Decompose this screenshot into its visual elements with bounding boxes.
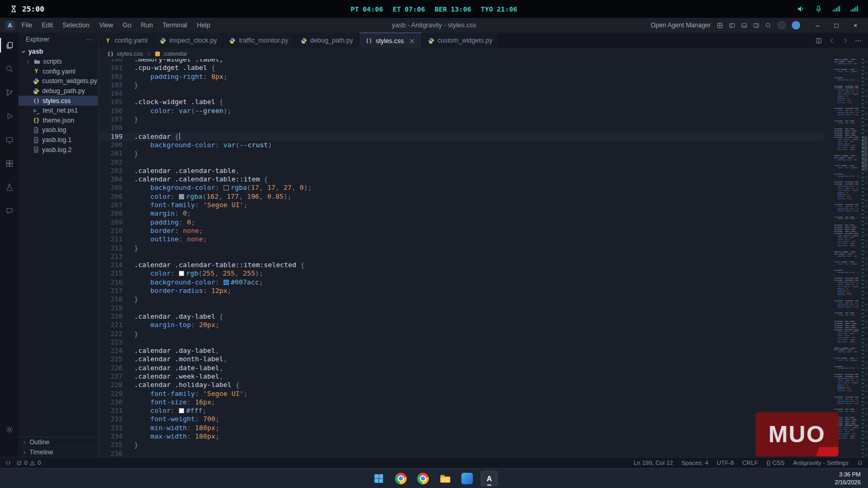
open-agent-manager-button[interactable]: Open Agent Manager [651, 22, 711, 29]
code-line-204: 204.calendar .calendar-table::item { [98, 175, 824, 184]
taskbar-app-browser[interactable] [392, 471, 410, 486]
section-outline[interactable]: Outline [18, 437, 98, 447]
status-item-3[interactable]: CRLF [742, 460, 758, 466]
pomodoro-timer: 25:00 [9, 5, 44, 13]
taskbar-app-file-explorer[interactable] [436, 471, 454, 486]
code-line-232: 232 font-weight: 700; [98, 415, 824, 423]
file-theme.json[interactable]: {}theme.json [18, 116, 98, 126]
panel-bottom-icon[interactable] [741, 22, 748, 29]
tab-config.yaml[interactable]: Yconfig.yaml [98, 33, 154, 48]
panel-left-icon[interactable] [729, 22, 735, 29]
code-line-210: 210 border: none; [98, 227, 824, 235]
activity-testing[interactable] [0, 181, 18, 194]
code-editor[interactable]: 190.memory-widget .label,191.cpu-widget … [98, 59, 868, 457]
breadcrumb-file[interactable]: () styles.css [107, 50, 143, 57]
more-icon[interactable] [855, 37, 862, 44]
activity-chat[interactable] [0, 205, 18, 217]
status-item-5[interactable]: Antigravity - Settings [793, 460, 849, 466]
arrow-right-icon[interactable] [842, 37, 849, 44]
chevron-down-icon [21, 49, 26, 55]
section-timeline[interactable]: Timeline [18, 447, 98, 457]
code-line-201: 201} [98, 149, 824, 158]
window-controls: – □ × [808, 18, 865, 33]
activity-extensions[interactable] [0, 157, 18, 170]
menu-edit[interactable]: Edit [37, 22, 58, 29]
bars-icon-3 [850, 5, 859, 13]
taskbar-app-start[interactable] [370, 471, 388, 486]
activity-settings[interactable] [0, 423, 18, 436]
file-scripts[interactable]: scripts [18, 57, 98, 67]
code-line-193: 193} [98, 81, 824, 89]
menu-view[interactable]: View [94, 22, 118, 29]
menu-go[interactable]: Go [118, 22, 136, 29]
file-tree: yasb scriptsYconfig.yamlcustom_widgets.p… [18, 46, 98, 155]
code-line-226: 226.calendar .date-label, [98, 364, 824, 372]
minimap[interactable]: .memory-widget .label,.cpu-widget .label… [833, 59, 859, 457]
chat-icon [5, 207, 14, 215]
extensions-icon [5, 159, 14, 168]
problems-indicator[interactable]: 0 0 [16, 460, 41, 466]
menu-help[interactable]: Help [192, 22, 215, 29]
minimize-button[interactable]: – [808, 18, 827, 33]
taskbar-app-blue-app[interactable] [458, 471, 476, 486]
breadcrumb-symbol[interactable]: .calendar [155, 50, 187, 57]
status-item-2[interactable]: UTF-8 [716, 460, 734, 466]
maximize-button[interactable]: □ [827, 18, 846, 33]
top-clock-bar: 25:00 PT04:06ET07:06BER13:06TYO21:06 [0, 0, 868, 18]
menu-selection[interactable]: Selection [58, 22, 94, 29]
profile-avatar[interactable] [792, 21, 800, 29]
agent-badge-icon[interactable] [778, 21, 786, 29]
taskbar-clock[interactable]: 3:36 PM 2/16/2026 [835, 471, 868, 486]
grid-icon[interactable] [716, 22, 723, 29]
scrollbar-thumb[interactable] [862, 137, 867, 170]
bell-icon[interactable] [857, 460, 863, 466]
warning-count: 0 [37, 460, 41, 466]
timer-value: 25:00 [22, 5, 44, 13]
chevron-right-icon [22, 450, 27, 455]
file-custom_widgets.py[interactable]: custom_widgets.py [18, 76, 98, 86]
close-button[interactable]: × [846, 18, 865, 33]
activity-remote-window[interactable] [0, 134, 18, 146]
file-yasb.log.2[interactable]: yasb.log.2 [18, 145, 98, 155]
status-item-4[interactable]: {} CSS [766, 460, 785, 466]
file-yasb.log[interactable]: yasb.log [18, 125, 98, 135]
remote-icon[interactable] [5, 460, 11, 466]
tab-traffic_monitor.py[interactable]: traffic_monitor.py [223, 33, 294, 48]
taskbar-app-antigravity[interactable]: A [480, 471, 498, 486]
file-debug_path.py[interactable]: debug_path.py [18, 86, 98, 96]
taskbar-apps: A [370, 471, 498, 486]
arrow-left-icon[interactable] [829, 37, 835, 44]
file-yasb.log.1[interactable]: yasb.log.1 [18, 135, 98, 145]
tree-root-yasb[interactable]: yasb [18, 46, 98, 57]
search-icon[interactable] [765, 22, 772, 29]
taskbar-app-browser-2[interactable] [414, 471, 432, 486]
status-item-1[interactable]: Spaces: 4 [681, 460, 708, 466]
file-test_net.ps1[interactable]: >_test_net.ps1 [18, 106, 98, 116]
browser-icon [395, 473, 407, 484]
menu-terminal[interactable]: Terminal [158, 22, 192, 29]
activity-search[interactable] [0, 63, 18, 75]
menu-file[interactable]: File [17, 22, 37, 29]
close-tab-icon[interactable] [408, 37, 416, 45]
python-file-icon [428, 37, 435, 44]
windows-start-icon [374, 473, 384, 484]
tab-debug_path.py[interactable]: debug_path.py [295, 33, 359, 48]
status-item-0[interactable]: Ln 199, Col 12 [633, 460, 673, 466]
menu-run[interactable]: Run [136, 22, 158, 29]
log-file-icon [33, 127, 39, 134]
color-swatch [179, 408, 184, 413]
tab-inspect_clock.py[interactable]: inspect_clock.py [154, 33, 223, 48]
split-icon[interactable] [815, 37, 822, 44]
tab-custom_widgets.py[interactable]: custom_widgets.py [422, 33, 499, 48]
file-config.yaml[interactable]: Yconfig.yaml [18, 67, 98, 77]
panel-right-icon[interactable] [753, 22, 760, 29]
world-clock-ber: BER13:06 [435, 5, 471, 13]
activity-run-debug[interactable] [0, 110, 18, 123]
file-styles.css[interactable]: ()styles.css [18, 96, 98, 106]
activity-explorer[interactable] [0, 39, 18, 52]
tab-styles.css[interactable]: ()styles.css [359, 33, 421, 48]
code-line-220: 220.calendar .day-label { [98, 312, 824, 321]
activity-source-control[interactable] [0, 86, 18, 99]
code-line-230: 230 font-size: 16px; [98, 398, 824, 406]
explorer-more-button[interactable]: ··· [86, 36, 93, 43]
